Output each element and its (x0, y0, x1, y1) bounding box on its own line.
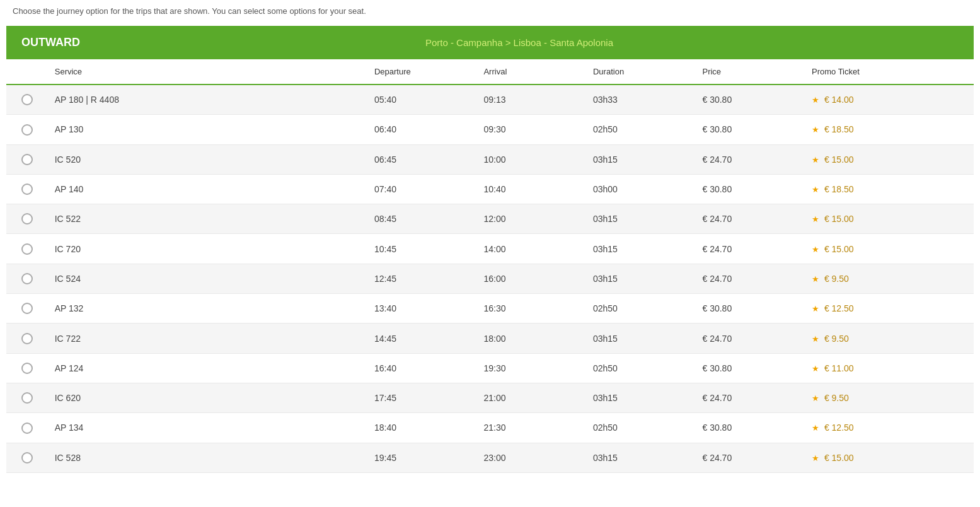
row-duration: 02h50 (587, 353, 696, 383)
row-promo[interactable]: ★ € 15.00 (805, 204, 974, 234)
row-promo[interactable]: ★ € 12.50 (805, 294, 974, 323)
row-service: IC 524 (49, 264, 368, 293)
row-duration: 03h15 (587, 144, 696, 174)
row-promo[interactable]: ★ € 14.00 (805, 84, 974, 115)
header-select (6, 59, 49, 84)
row-promo[interactable]: ★ € 9.50 (805, 264, 974, 293)
table-row: IC 722 14:45 18:00 03h15 € 24.70 ★ € 9.5… (6, 323, 974, 353)
row-duration: 02h50 (587, 115, 696, 144)
row-service: IC 720 (49, 234, 368, 264)
star-icon: ★ (812, 95, 819, 105)
row-price: € 30.80 (696, 353, 805, 383)
radio-button[interactable] (21, 124, 33, 136)
row-price: € 24.70 (696, 443, 805, 472)
star-icon: ★ (812, 393, 819, 403)
row-duration: 03h00 (587, 174, 696, 204)
row-price: € 24.70 (696, 234, 805, 264)
radio-button[interactable] (21, 303, 33, 314)
row-promo[interactable]: ★ € 9.50 (805, 323, 974, 353)
header-duration: Duration (587, 59, 696, 84)
star-icon: ★ (812, 185, 819, 194)
header-price: Price (696, 59, 805, 84)
promo-price-value: € 15.00 (824, 453, 854, 463)
journey-table: Service Departure Arrival Duration Price… (6, 59, 974, 473)
row-promo[interactable]: ★ € 15.00 (805, 144, 974, 174)
row-select-cell[interactable] (6, 353, 49, 383)
header-departure: Departure (368, 59, 478, 84)
row-select-cell[interactable] (6, 264, 49, 293)
row-service: AP 134 (49, 413, 368, 443)
radio-button[interactable] (21, 273, 33, 284)
radio-button[interactable] (21, 392, 33, 404)
table-row: AP 130 06:40 09:30 02h50 € 30.80 ★ € 18.… (6, 115, 974, 144)
row-select-cell[interactable] (6, 115, 49, 144)
row-duration: 03h15 (587, 443, 696, 472)
promo-price-value: € 15.00 (824, 154, 854, 165)
row-departure: 06:40 (368, 115, 478, 144)
intro-text: Choose the journey option for the trips … (0, 0, 980, 26)
star-icon: ★ (812, 423, 819, 433)
row-arrival: 18:00 (477, 323, 587, 353)
radio-button[interactable] (21, 452, 33, 463)
table-row: AP 180 | R 4408 05:40 09:13 03h33 € 30.8… (6, 84, 974, 115)
row-select-cell[interactable] (6, 144, 49, 174)
row-service: AP 124 (49, 353, 368, 383)
row-departure: 07:40 (368, 174, 478, 204)
row-service: IC 522 (49, 204, 368, 234)
row-select-cell[interactable] (6, 413, 49, 443)
row-departure: 06:45 (368, 144, 478, 174)
row-select-cell[interactable] (6, 204, 49, 234)
radio-button[interactable] (21, 422, 33, 434)
row-promo[interactable]: ★ € 12.50 (805, 413, 974, 443)
radio-button[interactable] (21, 363, 33, 374)
radio-button[interactable] (21, 333, 33, 344)
row-duration: 03h15 (587, 383, 696, 412)
radio-button[interactable] (21, 184, 33, 195)
star-icon: ★ (812, 364, 819, 373)
table-row: AP 132 13:40 16:30 02h50 € 30.80 ★ € 12.… (6, 294, 974, 323)
header-promo: Promo Ticket (805, 59, 974, 84)
radio-button[interactable] (21, 243, 33, 255)
row-promo[interactable]: ★ € 15.00 (805, 443, 974, 472)
outward-label: OUTWARD (21, 36, 80, 49)
row-promo[interactable]: ★ € 11.00 (805, 353, 974, 383)
table-row: AP 134 18:40 21:30 02h50 € 30.80 ★ € 12.… (6, 413, 974, 443)
row-select-cell[interactable] (6, 174, 49, 204)
row-departure: 12:45 (368, 264, 478, 293)
promo-price-value: € 15.00 (824, 244, 854, 254)
row-price: € 24.70 (696, 323, 805, 353)
row-price: € 30.80 (696, 174, 805, 204)
row-service: IC 528 (49, 443, 368, 472)
row-duration: 03h15 (587, 234, 696, 264)
row-promo[interactable]: ★ € 18.50 (805, 115, 974, 144)
header-service: Service (49, 59, 368, 84)
row-select-cell[interactable] (6, 383, 49, 412)
table-header-row: Service Departure Arrival Duration Price… (6, 59, 974, 84)
row-promo[interactable]: ★ € 15.00 (805, 234, 974, 264)
row-service: IC 722 (49, 323, 368, 353)
promo-price-value: € 9.50 (824, 393, 849, 403)
radio-button[interactable] (21, 94, 33, 105)
row-arrival: 10:00 (477, 144, 587, 174)
table-row: IC 620 17:45 21:00 03h15 € 24.70 ★ € 9.5… (6, 383, 974, 412)
star-icon: ★ (812, 214, 819, 224)
row-select-cell[interactable] (6, 323, 49, 353)
radio-button[interactable] (21, 154, 33, 165)
row-select-cell[interactable] (6, 84, 49, 115)
row-promo[interactable]: ★ € 18.50 (805, 174, 974, 204)
row-promo[interactable]: ★ € 9.50 (805, 383, 974, 412)
row-service: IC 620 (49, 383, 368, 412)
row-price: € 30.80 (696, 413, 805, 443)
row-select-cell[interactable] (6, 234, 49, 264)
star-icon: ★ (812, 334, 819, 344)
promo-price-value: € 18.50 (824, 124, 854, 134)
row-departure: 16:40 (368, 353, 478, 383)
row-select-cell[interactable] (6, 294, 49, 323)
row-price: € 24.70 (696, 383, 805, 412)
radio-button[interactable] (21, 213, 33, 224)
row-service: IC 520 (49, 144, 368, 174)
promo-price-value: € 9.50 (824, 274, 849, 284)
table-row: AP 140 07:40 10:40 03h00 € 30.80 ★ € 18.… (6, 174, 974, 204)
row-select-cell[interactable] (6, 443, 49, 472)
promo-price-value: € 14.00 (824, 95, 854, 105)
